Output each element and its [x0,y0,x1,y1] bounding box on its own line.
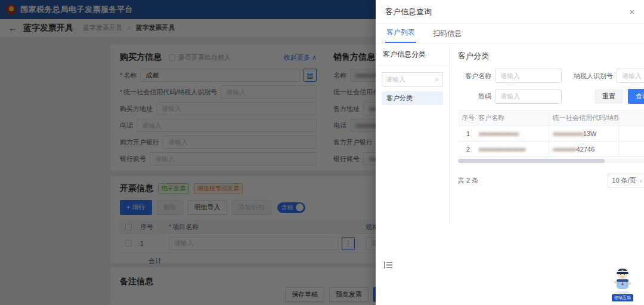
select-customer-link[interactable]: 选择 [619,144,644,153]
taxpayer-id-input[interactable]: 请输入 [617,69,644,83]
select-customer-link[interactable]: 选择 [619,129,644,138]
customer-name-input[interactable]: 请输入 [495,69,562,83]
tab-scan-info[interactable]: 扫码信息 [432,24,463,43]
tree-search-input[interactable]: 请输入 ⌕ [382,72,443,87]
modal-overlay[interactable] [0,0,376,305]
customer-results-table: 序号 客户名称 统一社会信用代码/纳税人识别号 操作 1 ●●●●●●●●●●●… [458,110,644,157]
customer-row-2: 2 ●●●●●●●●●●●●●● ●●●●●●●42746 选择 [458,141,644,157]
reset-button[interactable]: 重置 [595,89,623,104]
pagination: 共 2 条 10 条/页 ∨ ‹ 1 › [458,174,644,187]
tree-collapse-icon[interactable] [384,261,392,269]
table-horizontal-scrollbar[interactable] [458,159,644,163]
dialog-tabs: 客户列表 扫码信息 [376,24,644,44]
chevron-down-icon: ∨ [639,178,643,184]
scrollbar-thumb[interactable] [458,159,605,163]
query-button[interactable]: 查询 [628,89,644,104]
mascot-figure [609,266,636,294]
page-size-select[interactable]: 10 条/页 ∨ [608,174,644,187]
search-icon: ⌕ [435,75,439,84]
close-icon[interactable]: × [629,7,634,16]
taxpayer-id-label: 纳税人识别号 [568,72,613,81]
assistant-mascot[interactable]: 征纳互动 [607,266,638,301]
tree-title: 客户信息分类 [376,44,449,66]
customer-name-masked: ●●●●●●●●●●●●●● [478,146,525,153]
tree-item-customer-category[interactable]: 客户分类 [382,91,443,105]
short-code-label: 简码 [458,92,491,101]
query-section-title: 客户分类 [458,51,644,61]
tab-customer-list[interactable]: 客户列表 [385,23,416,43]
dialog-title: 客户信息查询 [385,7,432,17]
assistant-label: 征纳互动 [612,294,633,301]
result-col-name: 客户名称 [478,113,549,122]
total-count: 共 2 条 [458,176,478,185]
customer-category-tree: 客户信息分类 请输入 ⌕ 客户分类 [376,44,450,224]
customer-name-label: 客户名称 [458,72,491,81]
customer-query-dialog: 客户信息查询 × 客户列表 扫码信息 客户信息分类 请输入 ⌕ 客户分类 客户分… [376,0,644,305]
result-col-code: 统一社会信用代码/纳税人识别号 [549,110,619,125]
customer-name-masked: ●●●●●●●●●●●● [478,130,519,137]
customer-row-1: 1 ●●●●●●●●●●●● ●●●●●●●●●13W 选择 [458,126,644,141]
result-col-index: 序号 [458,113,478,122]
short-code-input[interactable]: 请输入 [495,90,562,104]
result-col-action: 操作 [619,113,644,122]
